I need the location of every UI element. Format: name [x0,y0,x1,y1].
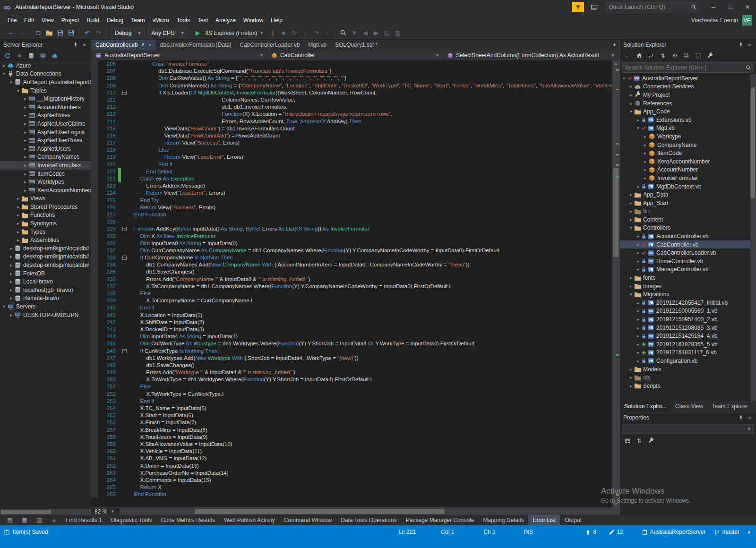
server-tree-item-tables[interactable]: ▾Tables [0,86,91,95]
scroll-up-arrow[interactable]: ▲ [612,61,619,66]
line-number[interactable]: 225 [98,197,118,204]
code-text[interactable]: If Xls.Loader(Of MgtlDbContext, InvoiceF… [128,89,612,96]
code-text[interactable]: Return View("Success", Errors) [128,204,612,211]
expander-expanded-icon[interactable]: ▾ [1,71,7,76]
line-number[interactable]: 213 [98,111,118,118]
menu-item-test[interactable]: Test [194,15,212,26]
expander-collapsed-icon[interactable]: ▸ [22,138,28,143]
breakpoint-margin[interactable] [91,247,98,254]
pin-button[interactable] [736,41,745,49]
scrollbar-thumb[interactable] [613,168,619,257]
server-tree-item-aspnetuserlogins[interactable]: ▸AspNetUserLogins [0,128,91,137]
expander-expanded-icon[interactable]: ▾ [15,88,21,93]
breakpoint-margin[interactable] [91,369,98,376]
code-text[interactable]: If CurrCompanyName Is Nothing Then [128,254,612,261]
back-button[interactable]: ← [623,51,632,60]
code-text[interactable]: End If [128,161,612,168]
solution-tree-item-201912151208085-3-vb[interactable]: ▸201912151208085_3.vb [620,324,756,332]
avatar[interactable]: VE [742,15,752,26]
breakpoint-margin[interactable] [91,319,98,326]
line-number[interactable]: 219 [98,154,118,161]
expander-collapsed-icon[interactable]: ▸ [628,93,634,97]
server-tree-item-data-connections[interactable]: ▾Data Connections [0,70,91,78]
pin-button[interactable] [71,41,80,49]
tool-tab-class-view[interactable]: Class View [671,401,707,412]
code-text[interactable]: Return X [128,484,612,491]
expander-collapsed-icon[interactable]: ▸ [1,63,7,68]
expander-collapsed-icon[interactable]: ▸ [22,146,28,151]
code-editor[interactable]: 206 Case "InvoiceFormular"207 db1.Databa… [91,60,619,507]
step-into-button[interactable]: ↓ [300,28,310,38]
line-number[interactable]: 253 [98,398,118,405]
server-tree-item-xeroaccountnumbers[interactable]: ▸XeroAccountNumbers [0,186,91,195]
breakpoint-margin[interactable] [91,197,98,204]
solution-tree-item-extensions-vb[interactable]: ▸Extensions.vb [620,116,756,124]
solution-explorer-scrollbar[interactable] [750,74,756,401]
bottom-tab-diagnostic-tools[interactable]: Diagnostic Tools [107,515,156,525]
expander-expanded-icon[interactable]: ▾ [8,80,14,85]
breakpoint-margin[interactable] [91,312,98,319]
expander-collapsed-icon[interactable]: ▸ [15,221,21,226]
type-dropdown[interactable]: CabController ▼ [268,51,443,60]
solution-tree-item-201912161831117-6-vb[interactable]: ▸201912161831117_6.vb [620,349,756,357]
code-text[interactable]: X.Location = InputData(1) [128,312,612,319]
breakpoint-margin[interactable] [91,175,98,182]
code-text[interactable]: db1.SaveChanges() [128,362,612,369]
breakpoint-margin[interactable] [91,189,98,197]
line-number[interactable]: 260 [98,448,118,455]
collapse-box-icon[interactable]: − [122,91,127,95]
code-text[interactable]: ViewData("RowCountAdd") = RowsAddedCount [128,132,612,139]
expander-collapsed-icon[interactable]: ▸ [22,96,28,101]
solution-tree-item-bin[interactable]: ▸bin [620,207,756,216]
server-tree-item-migrationhistory[interactable]: ▸__MigrationHistory [0,94,91,103]
pause-button[interactable]: ∥ [267,28,278,38]
menu-item-window[interactable]: Window [240,15,267,26]
solution-tree-item-scripts[interactable]: ▸Scripts [620,382,756,390]
line-number[interactable]: 239 [98,297,118,304]
code-text[interactable]: X.BreakMins = InputData(8) [128,427,612,434]
expander-collapsed-icon[interactable]: ▸ [628,367,634,372]
code-text[interactable]: X.DocketID = InputData(3) [128,326,612,333]
code-text[interactable]: End Function [128,491,612,498]
scrollbar-thumb[interactable] [195,509,445,514]
line-number[interactable]: 262 [98,462,118,470]
tool-window-icon-tab-3[interactable]: ▥ [32,515,46,525]
menu-item-project[interactable]: Project [58,15,83,26]
breakpoint-margin[interactable] [91,362,98,369]
menu-item-edit[interactable]: Edit [20,15,38,26]
solution-tree-item-mgtldbcontext-vb[interactable]: ▸MgtlDbContext.vb [620,182,756,191]
server-tree-item-desktop-um8sjpn-localdb[interactable]: ▸desktop-um8sjpn\localdb# [0,253,91,261]
code-text[interactable]: End If [128,304,612,311]
server-tree-item-functions[interactable]: ▸Functions [0,211,91,220]
line-number[interactable]: 246 [98,348,118,355]
expander-collapsed-icon[interactable]: ▸ [15,205,21,209]
bottom-tab-output[interactable]: Output [560,515,586,525]
breakpoint-margin[interactable] [91,268,98,275]
expander-collapsed-icon[interactable]: ▸ [628,384,634,388]
line-number[interactable]: 217 [98,139,118,146]
solution-tree-item-itemcode[interactable]: ▸ItemCode [620,149,756,157]
code-text[interactable]: Errors.Add("Worktype '" & InputData4 & "… [128,369,612,376]
expander-collapsed-icon[interactable]: ▸ [22,113,28,118]
expander-collapsed-icon[interactable]: ▸ [22,121,28,126]
breakpoint-margin[interactable] [91,182,98,189]
line-number[interactable]: 252 [98,391,118,398]
line-number[interactable]: 212 [98,103,118,111]
bottom-tab-mapping-details[interactable]: Mapping Details [479,515,528,525]
line-number[interactable]: 249 [98,369,118,376]
solution-tree-item-app-data[interactable]: ▸App_Data [620,190,756,199]
solution-tree-item-controllers[interactable]: ▾Controllers [620,224,756,232]
connect-to-database-button[interactable] [27,51,35,60]
breakpoint-margin[interactable] [91,204,98,211]
uncommitted-changes-button[interactable]: 12 [609,527,632,537]
code-text[interactable]: db1, db1.InvoiceFormulars, [128,103,612,111]
expander-collapsed-icon[interactable]: ▸ [635,300,641,305]
expander-collapsed-icon[interactable]: ▸ [22,130,28,135]
minimize-button[interactable]: ─ [705,0,722,14]
breakpoint-margin[interactable] [91,96,98,103]
stop-button[interactable]: ■ [278,28,289,38]
breakpoint-margin[interactable] [91,391,98,398]
expander-collapsed-icon[interactable]: ▸ [8,246,14,251]
expander-collapsed-icon[interactable]: ▸ [8,254,14,259]
line-number[interactable]: 258 [98,434,118,441]
